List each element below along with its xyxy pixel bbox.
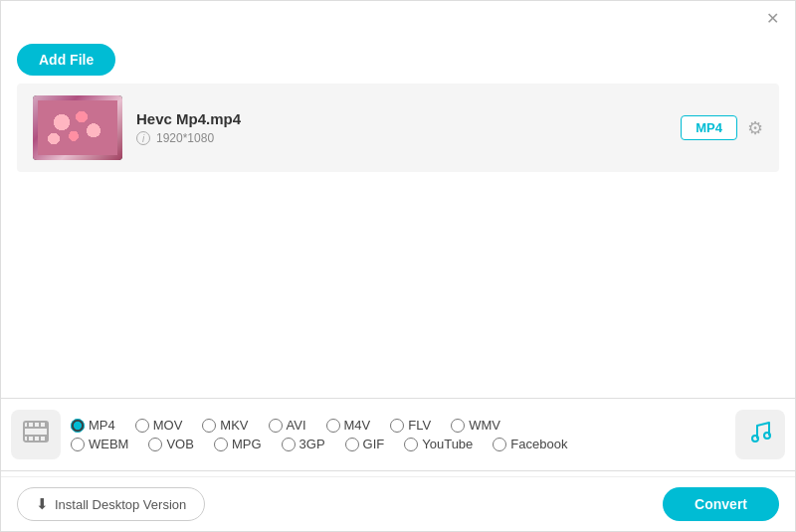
bottom-bar: ⬇ Install Desktop Version Convert xyxy=(1,476,795,531)
format-label-avi: AVI xyxy=(287,418,306,433)
format-option-avi[interactable]: AVI xyxy=(269,418,306,433)
add-file-button[interactable]: Add File xyxy=(17,44,115,76)
format-option-facebook[interactable]: Facebook xyxy=(493,437,567,451)
format-radio-wmv[interactable] xyxy=(451,419,465,433)
music-icon[interactable] xyxy=(747,419,773,450)
format-label-youtube: YouTube xyxy=(422,437,473,451)
format-label-facebook: Facebook xyxy=(510,437,567,451)
format-label-gif: GIF xyxy=(363,437,385,451)
install-desktop-button[interactable]: ⬇ Install Desktop Version xyxy=(17,487,205,521)
file-info: Hevc Mp4.mp4 i 1920*1080 xyxy=(136,110,667,145)
format-option-mp4[interactable]: MP4 xyxy=(71,418,115,433)
format-option-mpg[interactable]: MPG xyxy=(214,437,262,451)
format-option-m4v[interactable]: M4V xyxy=(326,418,371,433)
format-radio-mpg[interactable] xyxy=(214,438,228,451)
format-bar: MP4MOVMKVAVIM4VFLVWMV WEBMVOBMPG3GPGIFYo… xyxy=(1,398,795,471)
info-icon[interactable]: i xyxy=(136,131,150,145)
format-badge-button[interactable]: MP4 xyxy=(681,115,737,140)
svg-rect-10 xyxy=(45,437,47,442)
format-radio-webm[interactable] xyxy=(71,438,85,451)
format-radio-m4v[interactable] xyxy=(326,419,340,433)
format-label-flv: FLV xyxy=(408,418,431,433)
format-option-mkv[interactable]: MKV xyxy=(202,418,248,433)
format-label-mkv: MKV xyxy=(220,418,248,433)
format-radio-flv[interactable] xyxy=(390,419,404,433)
film-icon xyxy=(22,418,50,451)
file-thumbnail xyxy=(33,95,122,160)
format-radio-youtube[interactable] xyxy=(404,438,418,451)
svg-rect-4 xyxy=(33,422,35,427)
format-radio-mkv[interactable] xyxy=(202,419,216,433)
format-label-webm: WEBM xyxy=(89,437,128,451)
svg-rect-8 xyxy=(33,437,35,442)
format-option-youtube[interactable]: YouTube xyxy=(404,437,473,451)
film-icon-wrap xyxy=(11,410,61,459)
svg-rect-2 xyxy=(24,435,48,437)
gear-icon[interactable]: ⚙ xyxy=(747,117,763,139)
format-label-mov: MOV xyxy=(153,418,183,433)
format-option-webm[interactable]: WEBM xyxy=(71,437,128,451)
download-icon: ⬇ xyxy=(36,495,49,513)
svg-rect-6 xyxy=(45,422,47,427)
format-option-vob[interactable]: VOB xyxy=(148,437,193,451)
format-radio-avi[interactable] xyxy=(269,419,283,433)
file-resolution: 1920*1080 xyxy=(156,131,214,145)
format-row-2: WEBMVOBMPG3GPGIFYouTubeFacebook xyxy=(71,437,725,451)
convert-button[interactable]: Convert xyxy=(663,487,779,521)
format-option-3gp[interactable]: 3GP xyxy=(282,437,325,451)
thumbnail-image xyxy=(33,95,122,160)
format-option-mov[interactable]: MOV xyxy=(135,418,183,433)
music-icon-wrap xyxy=(735,410,785,459)
install-label: Install Desktop Version xyxy=(55,497,186,512)
format-label-mpg: MPG xyxy=(232,437,262,451)
toolbar: Add File xyxy=(1,36,795,84)
format-radio-3gp[interactable] xyxy=(282,438,296,451)
svg-rect-5 xyxy=(39,422,41,427)
format-label-3gp: 3GP xyxy=(299,437,325,451)
format-label-mp4: MP4 xyxy=(89,418,115,433)
format-options: MP4MOVMKVAVIM4VFLVWMV WEBMVOBMPG3GPGIFYo… xyxy=(71,410,725,459)
format-option-flv[interactable]: FLV xyxy=(390,418,431,433)
format-radio-vob[interactable] xyxy=(148,438,162,451)
close-button[interactable]: ✕ xyxy=(760,7,785,30)
format-label-m4v: M4V xyxy=(344,418,371,433)
format-label-vob: VOB xyxy=(166,437,193,451)
format-label-wmv: WMV xyxy=(469,418,500,433)
file-list: Hevc Mp4.mp4 i 1920*1080 MP4 ⚙ xyxy=(17,84,779,172)
file-name: Hevc Mp4.mp4 xyxy=(136,110,667,127)
format-radio-facebook[interactable] xyxy=(493,438,506,451)
file-actions: MP4 ⚙ xyxy=(681,115,763,140)
format-radio-gif[interactable] xyxy=(345,438,359,451)
content-area xyxy=(1,172,795,401)
format-option-gif[interactable]: GIF xyxy=(345,437,385,451)
file-meta: i 1920*1080 xyxy=(136,131,667,145)
svg-rect-3 xyxy=(27,422,29,427)
svg-point-12 xyxy=(764,433,770,439)
format-option-wmv[interactable]: WMV xyxy=(451,418,500,433)
svg-point-11 xyxy=(752,436,758,442)
title-bar: ✕ xyxy=(1,1,795,36)
format-radio-mov[interactable] xyxy=(135,419,149,433)
svg-rect-1 xyxy=(24,427,48,429)
format-radio-mp4[interactable] xyxy=(71,419,85,433)
svg-rect-7 xyxy=(27,437,29,442)
svg-rect-9 xyxy=(39,437,41,442)
format-row-1: MP4MOVMKVAVIM4VFLVWMV xyxy=(71,418,725,433)
